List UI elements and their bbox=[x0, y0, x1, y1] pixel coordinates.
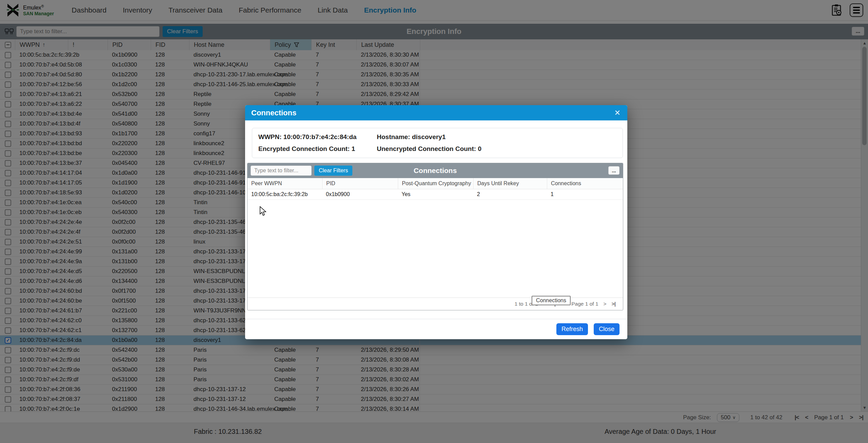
cell-days-until-rekey: 2 bbox=[473, 189, 547, 199]
summary-hostname: Hostname: discovery1 bbox=[377, 133, 616, 141]
conn-next-page-button[interactable]: > bbox=[604, 301, 607, 307]
connections-dialog: Connections ✕ WWPN: 10:00:70:b7:e4:2c:84… bbox=[245, 105, 627, 339]
summary-wwpn: WWPN: 10:00:70:b7:e4:2c:84:da bbox=[258, 133, 377, 141]
column-header-peer-wwpn[interactable]: Peer WWPN bbox=[247, 178, 322, 189]
connections-table-empty-area: Connections bbox=[247, 200, 623, 297]
connections-toolbar: Clear Filters Connections ... bbox=[247, 163, 623, 178]
connections-tooltip: Connections bbox=[532, 296, 571, 305]
cell-connections: 1 bbox=[547, 189, 623, 199]
close-icon[interactable]: ✕ bbox=[614, 109, 621, 117]
column-header-connections[interactable]: Connections bbox=[547, 178, 623, 189]
column-header-days-until-rekey[interactable]: Days Until Rekey bbox=[473, 178, 547, 189]
conn-page-indicator: Page 1 of 1 bbox=[571, 301, 598, 307]
close-button[interactable]: Close bbox=[594, 323, 620, 335]
connections-table-panel: Clear Filters Connections ... Peer WWPN … bbox=[247, 163, 623, 310]
connections-clear-filters-button[interactable]: Clear Filters bbox=[314, 166, 352, 176]
connections-more-button[interactable]: ... bbox=[608, 166, 620, 175]
dialog-title: Connections bbox=[251, 109, 296, 117]
cell-post-quantum: Yes bbox=[398, 189, 473, 199]
refresh-button[interactable]: Refresh bbox=[556, 323, 588, 335]
summary-encrypted-count: Encrypted Connection Count: 1 bbox=[258, 145, 377, 153]
conn-last-page-button[interactable]: >| bbox=[612, 301, 615, 307]
column-header-post-quantum[interactable]: Post-Quantum Cryptography↑ bbox=[398, 178, 473, 189]
dialog-footer: Refresh Close bbox=[245, 319, 627, 339]
connection-summary-card: WWPN: 10:00:70:b7:e4:2c:84:da Hostname: … bbox=[252, 128, 623, 158]
connections-table-header: Peer WWPN PID Post-Quantum Cryptography↑… bbox=[247, 178, 623, 189]
connections-filter-input[interactable] bbox=[251, 166, 312, 176]
connection-row[interactable]: 10:00:5c:ba:2c:fc:39:2b 0x1b0900 Yes 2 1 bbox=[247, 189, 623, 200]
app-screen: Emulex® SAN Manager Dashboard Inventory … bbox=[0, 0, 868, 443]
column-header-conn-pid[interactable]: PID bbox=[322, 178, 398, 189]
summary-unencrypted-count: Unencrypted Connection Count: 0 bbox=[377, 145, 616, 153]
cell-peer-wwpn: 10:00:5c:ba:2c:fc:39:2b bbox=[247, 189, 322, 199]
dialog-header: Connections ✕ bbox=[245, 105, 627, 120]
cell-pid: 0x1b0900 bbox=[322, 189, 398, 199]
